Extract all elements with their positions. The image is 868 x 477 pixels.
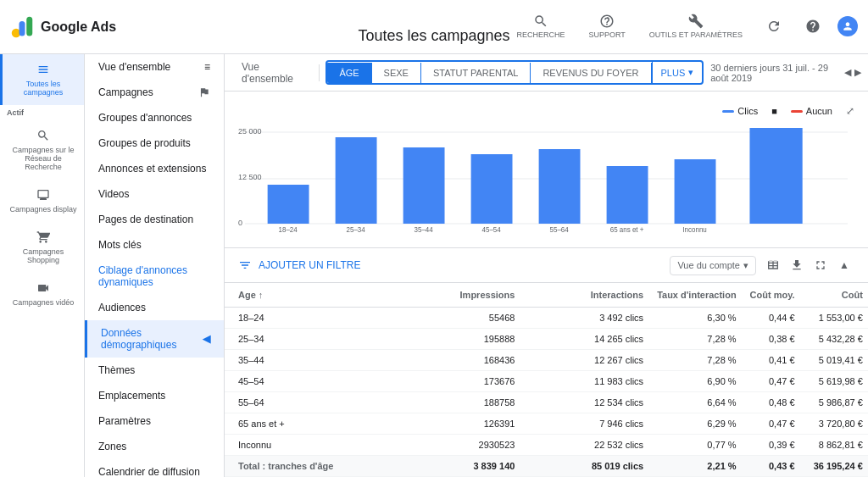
nav-groupes-annonces[interactable]: Groupes d'annonces [85,105,224,130]
support-button[interactable]: SUPPORT [581,10,632,42]
view-icons: ▲ [763,255,854,275]
tab-plus[interactable]: PLUS ▾ [652,62,703,83]
nav-themes-label: Thèmes [98,364,135,376]
tab-vue-ensemble[interactable]: Vue d'ensemble [231,61,312,85]
nav-parametres-label: Paramètres [98,415,151,427]
cell-age: 35–44 [225,350,453,371]
col-impressions[interactable]: Impressions [453,283,522,308]
cell-cout: 3 720,80 € [802,413,868,435]
add-filter-button[interactable]: AJOUTER UN FILTRE [259,259,360,271]
nav-campagnes[interactable]: Campagnes [85,80,224,105]
nav-ciblage[interactable]: Ciblage d'annonces dynamiques [85,258,224,295]
sidebar: Toutes les campagnes Actif Campagnes sur… [0,54,85,477]
columns-icon[interactable] [763,255,783,275]
nav-vue-ensemble[interactable]: Vue d'ensemble ≡ [85,54,224,80]
nav-emplacements[interactable]: Emplacements [85,383,224,408]
nav-donnees-demo[interactable]: Données démographiques ◀ [85,320,224,358]
cell-cout: 5 432,28 € [802,329,868,350]
cell-taux: 6,64 % [650,392,743,413]
cell-age: 55–64 [225,392,453,413]
vue-du-compte-button[interactable]: Vue du compte ▾ [670,256,756,275]
y-label-12500: 12 500 [238,173,262,181]
expand-chart-icon[interactable]: ⤢ [846,105,854,117]
nav-audiences[interactable]: Audiences [85,295,224,320]
tools-button[interactable]: OUTILS ET PARAMÈTRES [643,10,749,43]
sidebar-item-video[interactable]: Campagnes vidéo [0,273,84,315]
collapse-icon[interactable]: ▲ [834,255,854,275]
nav-themes[interactable]: Thèmes [85,358,224,383]
help-button[interactable] [798,15,827,37]
cell-age: 65 ans et + [225,413,453,435]
svg-text:45–54: 45–54 [482,225,501,234]
cell-age: 18–24 [225,308,453,329]
demographics-table: Age ↑ Impressions Interactions Taux d'in… [225,283,868,477]
all-campaigns-icon [36,63,50,76]
nav-calendrier[interactable]: Calendrier de diffusion [85,459,224,477]
clics-dot [722,110,734,113]
search-button[interactable]: RECHERCHE [509,10,571,42]
legend-clics: Clics [722,106,758,116]
svg-text:55–64: 55–64 [550,225,569,234]
sidebar-item-all-campaigns[interactable]: Toutes les campagnes [0,54,84,105]
cell-cout-moy: 0,48 € [743,392,802,413]
cell-cout: 5 019,41 € [802,350,868,371]
cell-cout-moy: 0,47 € [743,413,802,435]
col-taux[interactable]: Taux d'interaction [650,283,743,308]
tab-sexe[interactable]: SEXE [372,63,421,83]
cell-interactions: 7 946 clics [521,413,650,435]
vue-chevron-icon: ▾ [743,260,748,271]
user-avatar[interactable] [837,16,858,36]
nav-pages-destination[interactable]: Pages de destination [85,207,224,232]
col-cout[interactable]: Coût [802,283,868,308]
svg-text:18–24: 18–24 [279,225,298,234]
cell-age: Inconnu [225,435,453,456]
filter-bar: AJOUTER UN FILTRE Vue du compte ▾ ▲ [225,248,868,283]
cell-taux: 6,29 % [650,413,743,435]
nav-videos[interactable]: Videos [85,181,224,207]
chart-area: Clics ■ Aucun ⤢ [225,92,868,248]
nav-mots-cles[interactable]: Mots clés [85,232,224,258]
table-row: 45–54 173676 11 983 clics 6,90 % 0,47 € … [225,371,868,392]
col-age[interactable]: Age ↑ [225,283,453,308]
logo-area: Google Ads [10,15,116,39]
date-prev-icon[interactable]: ◀ [844,67,851,78]
nav-panel: Vue d'ensemble ≡ Campagnes Groupes d'ann… [85,54,225,477]
cell-impressions: 55468 [453,308,522,329]
nav-groupes-produits-label: Groupes de produits [98,137,191,149]
tab-revenus-foyer[interactable]: REVENUS DU FOYER [531,63,651,83]
col-cout-moy[interactable]: Coût moy. [743,283,802,308]
sidebar-item-shopping[interactable]: Campagnes Shopping [0,222,84,273]
tabs-container: ÂGE SEXE STATUT PARENTAL REVENUS DU FOYE… [326,60,704,85]
cell-taux: 6,30 % [650,308,743,329]
svg-rect-11 [607,166,648,224]
refresh-button[interactable] [760,15,788,37]
expand-icon[interactable] [810,255,831,275]
y-label-25000: 25 000 [238,127,262,136]
table-row: 25–34 195888 14 265 clics 7,28 % 0,38 € … [225,329,868,350]
svg-rect-2 [26,16,32,36]
nav-zones[interactable]: Zones [85,434,224,459]
col-interactions[interactable]: Interactions [521,283,650,308]
sidebar-item-search[interactable]: Campagnes sur le Réseau de Recherche [0,120,84,180]
total-cout: 36 195,24 € [802,456,868,477]
support-label: SUPPORT [588,31,625,39]
cell-interactions: 14 265 clics [521,329,650,350]
sidebar-item-display[interactable]: Campagnes display [0,180,84,222]
tab-age[interactable]: ÂGE [327,63,371,83]
svg-rect-10 [539,149,581,224]
date-range[interactable]: 30 derniers jours 31 juil. - 29 août 201… [710,63,861,83]
nav-campagnes-label: Campagnes [98,86,153,98]
data-table: Age ↑ Impressions Interactions Taux d'in… [225,283,868,477]
bar-chart: 18–24 25–34 35–44 45–54 55–64 65 ans et … [245,124,848,234]
nav-groupes-annonces-label: Groupes d'annonces [98,112,192,124]
date-next-icon[interactable]: ▶ [854,67,861,78]
table-body: 18–24 55468 3 492 clics 6,30 % 0,44 € 1 … [225,308,868,478]
svg-text:25–34: 25–34 [347,225,365,234]
y-label-0: 0 [238,219,242,227]
nav-annonces[interactable]: Annonces et extensions [85,156,224,181]
tab-statut-parental[interactable]: STATUT PARENTAL [421,63,531,83]
download-icon[interactable] [787,255,807,275]
nav-groupes-produits[interactable]: Groupes de produits [85,130,224,156]
nav-parametres[interactable]: Paramètres [85,408,224,434]
right-icons: RECHERCHE SUPPORT OUTILS ET PARAMÈTRES [509,10,858,43]
